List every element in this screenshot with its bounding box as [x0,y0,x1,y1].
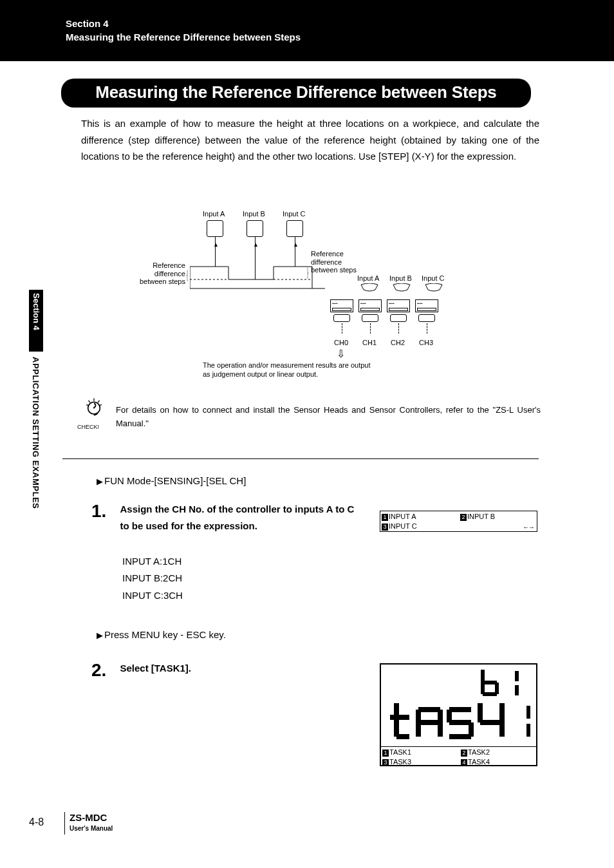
arrowhead-icon: ▲ [293,241,299,248]
arrowhead-icon: ▲ [213,241,219,248]
check-label: CHECK! [77,424,99,430]
ch3-label: CH3 [419,339,433,346]
ch1-label: CH1 [362,339,377,346]
side-section-tab: Section 4 APPLICATION SETTING EXAMPLES [29,290,43,554]
procedure-line-2: ▶Press MENU key - ESC key. [97,629,226,640]
diagram-input-c-label: Input C [283,210,305,218]
svg-line-6 [98,401,100,402]
ch0-label: CH0 [334,339,348,346]
lcd-item-label: INPUT B [467,513,495,520]
arrowhead-icon: ▲ [253,241,259,248]
step-1-text: Assign the CH No. of the controller to i… [120,501,364,534]
side-tab-title: APPLICATION SETTING EXAMPLES [31,357,41,509]
footer-rule [64,812,65,835]
task-item: 2TASK2 [461,748,490,757]
step-1-number: 1. [91,501,117,522]
task-label: TASK3 [389,758,411,766]
seven-segment-area [381,665,536,747]
triangle-bullet-icon: ▶ [97,630,103,640]
task-label: TASK4 [468,758,490,766]
page-title: Measuring the Reference Difference betwe… [61,79,531,108]
lcd-nav-arrows-icon: ←→ [523,524,534,531]
task-item: 1TASK1 [382,748,411,757]
sensor-b-icon [247,220,263,237]
task-badge: 3 [382,759,389,766]
intro-paragraph: This is an example of how to measure the… [81,115,539,165]
badge-2: 2 [460,514,467,521]
task-select-row: 1TASK1 2TASK2 3TASK3 4TASK4 [381,747,536,768]
lcd-item-label: INPUT A [389,513,416,520]
controller-icon: ▪▪▪▪▪ [415,299,438,338]
step-1-assignments: INPUT A:1CH INPUT B:2CH INPUT C:3CH [122,553,183,604]
task-item: 4TASK4 [461,758,490,766]
lcd-item-label: INPUT C [389,522,417,530]
controller-icon: ▪▪▪▪▪ [387,299,410,338]
task-badge: 4 [461,759,467,766]
task-label: TASK2 [468,748,490,756]
ref-right-text: Reference difference between steps [311,250,357,274]
seg-main-glyph [387,702,535,742]
header-section-title: Measuring the Reference Difference betwe… [66,32,614,42]
brace-icon: ⎱ [185,274,189,281]
ch2-label: CH2 [391,339,405,346]
procedure-line-2-text: Press MENU key - ESC key. [104,629,226,640]
footer-model: ZS-MDC [70,812,107,823]
triangle-bullet-icon: ▶ [97,476,103,486]
mini-sensor-icon [360,283,379,295]
task-item: 3TASK3 [382,758,411,766]
svg-line-5 [89,401,91,402]
page-header-banner: Section 4 Measuring the Reference Differ… [0,0,614,61]
assignment-line: INPUT B:2CH [122,570,183,587]
svg-line-7 [86,405,88,406]
assignment-line: INPUT A:1CH [122,553,183,570]
diagram-input-b-label: Input B [243,210,265,218]
workpiece-icon [190,265,325,297]
check-icon [81,396,107,422]
controller-icon: ▪▪▪▪▪ [358,299,382,338]
ctrl-input-a-label: Input A [357,274,379,282]
lcd-item: 2INPUT B [460,513,495,521]
horizontal-rule [62,458,539,459]
svg-rect-30 [526,706,530,719]
sensor-a-icon [207,220,223,237]
check-text: For details on how to connect and instal… [116,404,541,431]
procedure-line-1: ▶FUN Mode-[SENSING]-[SEL CH] [97,475,246,486]
task-badge: 1 [382,750,389,757]
ctrl-input-b-label: Input B [389,274,412,282]
svg-line-8 [100,405,102,406]
badge-3: 3 [382,524,388,531]
task-label: TASK1 [389,748,411,756]
header-section-label: Section 4 [66,18,614,29]
footer-subtitle: User's Manual [70,825,113,832]
svg-rect-13 [515,671,519,681]
diagram-ref-left-label: Reference difference between steps [140,261,185,286]
diagram-output-text: The operation and/or measurement results… [203,361,460,379]
footer-page-number: 4-8 [29,816,44,828]
sensor-c-icon [286,220,303,237]
seven-segment-display-panel: 1TASK1 2TASK2 3TASK3 4TASK4 [380,663,537,766]
mini-sensor-icon [392,283,411,295]
ctrl-input-c-label: Input C [422,274,444,282]
procedure-line-1-text: FUN Mode-[SENSING]-[SEL CH] [104,475,246,486]
controller-icon: ▪▪▪▪▪ [330,299,353,338]
diagram-ref-right-label: Reference difference between steps [311,250,357,274]
badge-1: 1 [382,514,388,521]
seg-upper-glyph [478,668,523,698]
svg-rect-31 [526,724,530,737]
down-arrow-icon: ⇩ [337,348,345,360]
assignment-line: INPUT C:3CH [122,587,183,604]
lcd-item: 1INPUT A [382,513,416,521]
side-tab-section: Section 4 [31,293,41,330]
mini-sensor-icon [424,283,443,295]
task-badge: 2 [461,750,467,757]
diagram: Input A Input B Input C ▲ ▲ ▲ Reference … [145,206,460,380]
step-2-text: Select [TASK1]. [120,660,364,677]
ref-left-text: Reference difference between steps [140,261,185,286]
lcd-input-select-screen: 1INPUT A 2INPUT B 3INPUT C ←→ [380,511,537,532]
svg-rect-14 [515,685,519,695]
brace-icon: ⎰ [306,272,310,279]
lcd-item: 3INPUT C [382,522,417,531]
diagram-input-a-label: Input A [203,210,225,218]
step-2-number: 2. [91,660,117,681]
